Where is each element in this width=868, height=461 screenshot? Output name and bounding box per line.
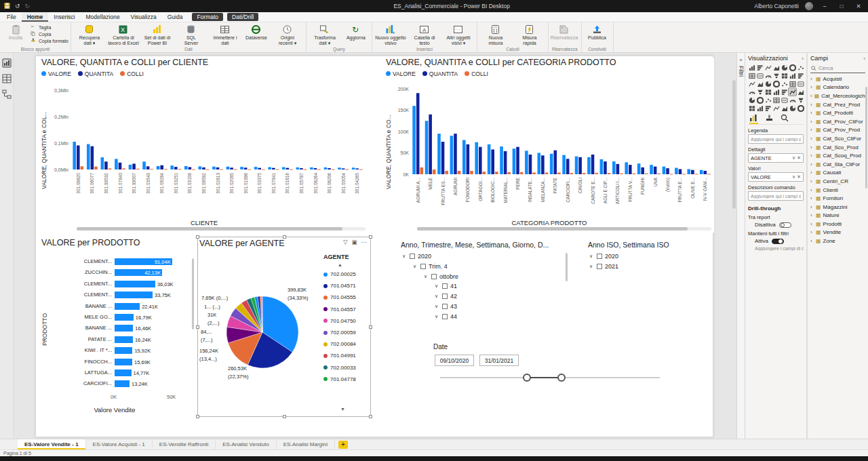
report-view-icon[interactable] — [2, 58, 12, 68]
ribbon-button-copy[interactable]: Copia — [31, 31, 68, 37]
chevron-down-icon[interactable]: ∨ — [792, 155, 795, 161]
bar[interactable] — [244, 167, 248, 169]
bar[interactable] — [695, 174, 698, 174]
field-table-row[interactable]: ›▦Cat_Prodotti — [810, 108, 865, 117]
bar[interactable] — [310, 167, 313, 169]
bar[interactable] — [707, 174, 711, 174]
visual-type-icon-5[interactable] — [781, 64, 788, 71]
visual-type-icon-13[interactable] — [789, 72, 796, 79]
chevron-right-icon[interactable]: › — [810, 144, 814, 151]
bar[interactable] — [77, 146, 80, 169]
chevron-right-icon[interactable]: › — [810, 238, 814, 244]
field-table-row[interactable]: ›▦Cat_Sta_CliFor — [810, 160, 865, 169]
resize-handle[interactable] — [196, 235, 199, 239]
visual-type-icon-41[interactable] — [789, 104, 796, 112]
checkbox[interactable] — [442, 294, 448, 299]
menu-tab-visualizza[interactable]: Visualizza — [125, 12, 162, 22]
visual-type-icon-22[interactable] — [748, 88, 755, 96]
bar[interactable] — [314, 168, 317, 169]
bar[interactable] — [234, 169, 237, 170]
bar[interactable] — [324, 167, 328, 169]
visual-type-icon-9[interactable] — [756, 72, 764, 79]
legend-scroll-down-icon[interactable]: ▼ — [340, 407, 345, 412]
checkbox[interactable] — [410, 254, 415, 259]
visual-type-icon-21[interactable] — [797, 80, 804, 87]
legend-item[interactable]: 702.00084 — [323, 341, 356, 347]
bar[interactable] — [129, 165, 132, 169]
visual-bar-prodotto[interactable]: VALORE per PRODOTTOPRODOTTOCLEMENT...51,… — [40, 238, 195, 417]
chart-hscrollbar-thumb[interactable] — [417, 227, 688, 230]
visual-type-icon-34[interactable] — [789, 96, 796, 104]
bar[interactable] — [420, 167, 424, 174]
field-table-row[interactable]: ›▦Cat_Scoq_Prod — [810, 151, 865, 160]
bar[interactable] — [136, 169, 140, 169]
bar[interactable] — [81, 166, 84, 169]
bar[interactable] — [91, 146, 94, 169]
field-table-row[interactable]: ›▦Calendario — [810, 83, 865, 92]
bar[interactable] — [608, 173, 611, 174]
bar[interactable] — [657, 174, 660, 174]
slicer-tree-row[interactable]: ∨Trim. 4 — [413, 262, 448, 271]
chart-vscrollbar[interactable] — [192, 258, 194, 329]
slicer-tree-row[interactable]: ∨2021 — [589, 262, 618, 271]
ribbon-button-pbi[interactable]: Set di dati diPower BI — [141, 23, 174, 46]
chevron-right-icon[interactable]: › — [810, 119, 814, 125]
chevron-down-icon[interactable]: ∨ — [424, 274, 430, 279]
slicer-tree-row[interactable]: ∨ottobre — [424, 272, 458, 281]
bar[interactable] — [507, 172, 511, 174]
page-tab-4[interactable]: ES-Analisi Venduto — [216, 439, 277, 449]
field-well[interactable]: VALORE∨✕ — [748, 172, 804, 182]
cross-report-toggle[interactable] — [779, 222, 791, 228]
visual-type-icon-31[interactable] — [764, 96, 772, 104]
chevron-down-icon[interactable]: ∨ — [413, 264, 419, 269]
resize-handle[interactable] — [196, 325, 199, 329]
fields-scrollbar[interactable] — [865, 87, 867, 188]
bar[interactable] — [115, 369, 132, 376]
bar[interactable] — [132, 163, 136, 169]
bar[interactable] — [157, 166, 160, 169]
date-range-handle-start[interactable] — [523, 374, 531, 382]
field-table-row[interactable]: ›▦Vendite — [810, 228, 865, 237]
chevron-right-icon[interactable]: › — [810, 161, 814, 167]
bar[interactable] — [625, 162, 628, 174]
ribbon-button-quickmeasure[interactable]: Misurarapida — [513, 23, 546, 46]
bar[interactable] — [620, 174, 623, 174]
bar[interactable] — [429, 115, 432, 174]
bar[interactable] — [516, 147, 519, 174]
chevron-down-icon[interactable]: ∨ — [792, 174, 795, 180]
bar[interactable] — [119, 163, 122, 169]
bar[interactable] — [142, 161, 146, 169]
bar[interactable] — [682, 174, 686, 174]
canvas-scrollbar[interactable] — [732, 80, 736, 209]
visual-type-icon-15[interactable] — [748, 80, 755, 87]
bar[interactable] — [454, 134, 457, 174]
field-table-row[interactable]: ›▦Prodotti — [810, 220, 865, 228]
bar[interactable] — [513, 148, 516, 174]
bar[interactable] — [687, 169, 690, 174]
undo-icon[interactable]: ↺ — [15, 3, 20, 9]
checkbox[interactable] — [420, 264, 426, 269]
bar[interactable] — [495, 172, 498, 174]
chart-hscrollbar[interactable] — [417, 227, 711, 230]
field-table-row[interactable]: ›▦Acquisti — [810, 75, 865, 83]
chevron-right-icon[interactable]: › — [810, 229, 814, 235]
resize-handle[interactable] — [283, 235, 286, 239]
visual-type-icon-39[interactable] — [772, 104, 780, 112]
bar[interactable] — [104, 161, 108, 169]
bar[interactable] — [529, 155, 532, 174]
visual-type-icon-38[interactable] — [764, 104, 772, 112]
resize-handle[interactable] — [369, 415, 372, 418]
visual-type-icon-24[interactable] — [764, 88, 772, 96]
visual-type-icon-35[interactable] — [797, 96, 804, 104]
ribbon-button-getdata[interactable]: Recuperadati ▾ — [73, 23, 106, 46]
fields-search[interactable]: Cerca — [810, 64, 865, 73]
legend-item[interactable]: 701.04557 — [323, 306, 356, 313]
visual-type-icon-11[interactable] — [772, 72, 780, 79]
bar[interactable] — [317, 169, 321, 170]
field-table-row[interactable]: ›▦Cat_Prez_Prod — [810, 100, 865, 109]
ribbon-button-excel[interactable]: XCartella dilavoro di Excel — [107, 23, 140, 46]
field-table-row[interactable]: ›▦Zone — [810, 237, 865, 245]
visual-type-icon-28[interactable] — [797, 88, 804, 96]
field-table-row[interactable]: ›▦Centri_CR — [810, 177, 865, 186]
save-icon[interactable] — [4, 3, 10, 10]
